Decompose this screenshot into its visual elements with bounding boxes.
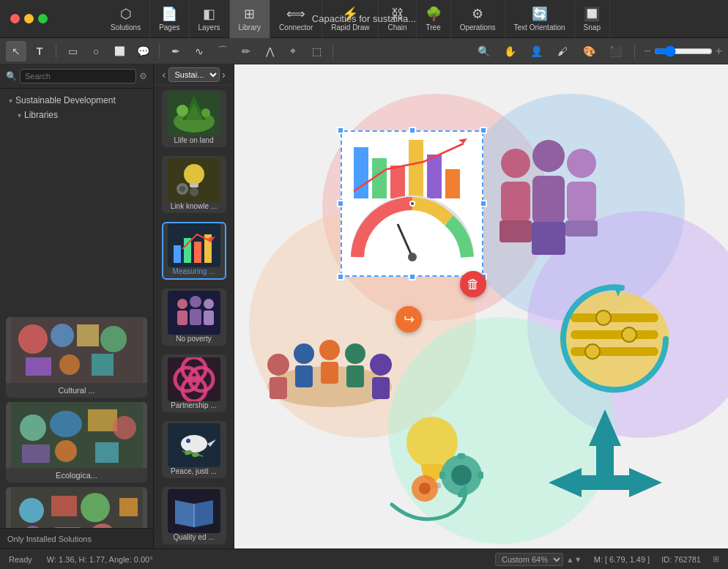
search-icon: 🔍	[6, 71, 17, 81]
tool-pen[interactable]: ✒	[166, 41, 186, 62]
selected-item-measuring[interactable]	[341, 130, 483, 277]
tool-paint[interactable]: 🎨	[579, 41, 599, 62]
search-input[interactable]	[20, 69, 136, 83]
status-dimensions: W: 1.36, H: 1.77, Angle: 0.00°	[47, 555, 153, 564]
toolbar-divider-4	[634, 44, 635, 59]
zoom-expand-icon: ▲▼	[566, 555, 582, 564]
zoom-slider[interactable]	[654, 45, 713, 57]
toolbar-tree[interactable]: 🌳 Tree	[417, 0, 451, 38]
svg-rect-91	[295, 365, 313, 387]
canvas-area[interactable]: 🗑 ↪	[234, 64, 728, 548]
svg-point-2	[51, 324, 74, 347]
library-card-cultural[interactable]: Cultural ...	[6, 317, 147, 398]
left-sidebar: 🔍 ⚙ ▾ Sustainable Development ▾ Librarie…	[0, 64, 154, 548]
tool-search[interactable]: 🔍	[473, 41, 494, 62]
svg-rect-72	[409, 140, 423, 198]
item-label-no-poverty: No poverty	[162, 335, 226, 343]
tool-user[interactable]: 👤	[526, 41, 546, 62]
status-id: ID: 762781	[661, 555, 701, 564]
solutions-icon: ⬡	[120, 6, 132, 22]
minimize-button[interactable]	[24, 14, 34, 23]
svg-rect-13	[22, 445, 50, 463]
trash-icon: 🗑	[467, 277, 480, 292]
tool-polyline[interactable]: ⋀	[259, 41, 280, 62]
item-quality-ed[interactable]: Quality ed ...	[162, 487, 226, 544]
tree-sustainable-dev[interactable]: ▾ Sustainable Development	[0, 93, 153, 108]
window-controls	[0, 14, 58, 23]
item-img-no-poverty	[168, 291, 220, 335]
svg-point-55	[181, 435, 207, 453]
svg-rect-74	[445, 169, 460, 198]
svg-rect-101	[571, 330, 658, 339]
tool-magicwand[interactable]: ⌖	[283, 41, 303, 62]
toolbar-operations[interactable]: ⚙ Operations	[451, 0, 505, 38]
nav-prev-arrow[interactable]: ‹	[160, 67, 168, 82]
svg-rect-112	[439, 472, 445, 479]
svg-rect-46	[190, 309, 201, 325]
item-label-partnership: Partnership ...	[162, 401, 226, 409]
item-life-on-land[interactable]: Llife on land	[162, 90, 226, 147]
svg-point-104	[585, 344, 600, 359]
tool-pointer[interactable]: ↖	[6, 41, 26, 62]
item-measuring[interactable]: Measuring ...	[162, 222, 226, 280]
library-thumb-cultural	[6, 317, 147, 383]
close-button[interactable]	[10, 14, 20, 23]
svg-rect-44	[177, 310, 187, 325]
canvas-settings-item[interactable]	[549, 280, 684, 412]
library-card-ecological[interactable]: Ecologica...	[6, 402, 147, 483]
canvas-nav-item[interactable]	[541, 402, 669, 527]
statusbar-expand-icon[interactable]: ⊞	[713, 554, 719, 564]
item-no-poverty[interactable]: No poverty	[162, 289, 226, 346]
svg-point-96	[370, 354, 392, 376]
item-partnership[interactable]: Partnership ...	[162, 354, 226, 412]
toolbar-textorientation[interactable]: 🔄 Text Orientation	[505, 0, 575, 38]
item-img-quality-ed	[168, 489, 220, 533]
tool-crop[interactable]: ⬚	[306, 41, 327, 62]
textorientation-icon: 🔄	[532, 6, 548, 22]
svg-point-90	[294, 343, 314, 364]
toolbar-pages[interactable]: 📄 Pages	[150, 0, 189, 38]
zoom-select[interactable]: Custom 64% 50% 75% 100%	[495, 553, 563, 566]
items-panel-header: ‹ Sustai... ›	[154, 64, 234, 86]
svg-rect-32	[190, 183, 198, 187]
zoom-plus-icon: +	[716, 45, 722, 58]
toolbar-layers[interactable]: ◧ Layers	[190, 0, 230, 38]
svg-rect-3	[77, 324, 99, 346]
maximize-button[interactable]	[38, 14, 48, 23]
library-card-economic[interactable]: Economic ...	[6, 487, 147, 528]
item-label-life-on-land: Llife on land	[162, 136, 226, 144]
tool-pencil[interactable]: ✏	[236, 41, 256, 62]
nav-next-arrow[interactable]: ›	[220, 67, 229, 82]
item-peace-justice[interactable]: Peace, justi ...	[162, 421, 226, 478]
toolbar-solutions[interactable]: ⬡ Solutions	[102, 0, 150, 38]
tool-text[interactable]: T	[29, 41, 50, 62]
filter-icon[interactable]: ⚙	[139, 71, 147, 81]
item-img-measuring	[168, 223, 220, 267]
tool-curve[interactable]: ∿	[189, 41, 209, 62]
svg-rect-95	[346, 365, 364, 387]
tool-arc[interactable]: ⌒	[212, 41, 233, 62]
canvas-people-item[interactable]	[479, 134, 611, 269]
tool-frame[interactable]: ⬛	[605, 41, 625, 62]
svg-point-10	[50, 411, 82, 437]
toolbar-snap[interactable]: 🔲 Snap	[575, 0, 610, 38]
fab-delete-button[interactable]: 🗑	[460, 271, 486, 297]
item-link-knowledge[interactable]: Link knowle ...	[162, 156, 226, 213]
tool-comment[interactable]: 💬	[133, 41, 153, 62]
tree-libraries[interactable]: ▾ Libraries	[0, 108, 153, 122]
move-icon: ↪	[404, 311, 415, 327]
tool-textbox[interactable]: ⬜	[109, 41, 130, 62]
canvas-innovation-item[interactable]	[381, 402, 513, 527]
item-img-peace-justice	[168, 423, 220, 467]
toolbar-library[interactable]: ⊞ Library	[230, 0, 271, 38]
tool-brush[interactable]: 🖌	[552, 41, 573, 62]
items-panel-dropdown[interactable]: Sustai...	[168, 67, 220, 82]
svg-marker-119	[549, 468, 582, 497]
tool-ellipse[interactable]: ○	[86, 41, 106, 62]
tool-rect[interactable]: ▭	[62, 41, 83, 62]
svg-point-43	[177, 299, 187, 309]
library-thumb-economic	[6, 487, 147, 528]
tool-pan[interactable]: ✋	[499, 41, 520, 62]
svg-rect-93	[321, 362, 338, 384]
svg-rect-37	[174, 245, 181, 263]
